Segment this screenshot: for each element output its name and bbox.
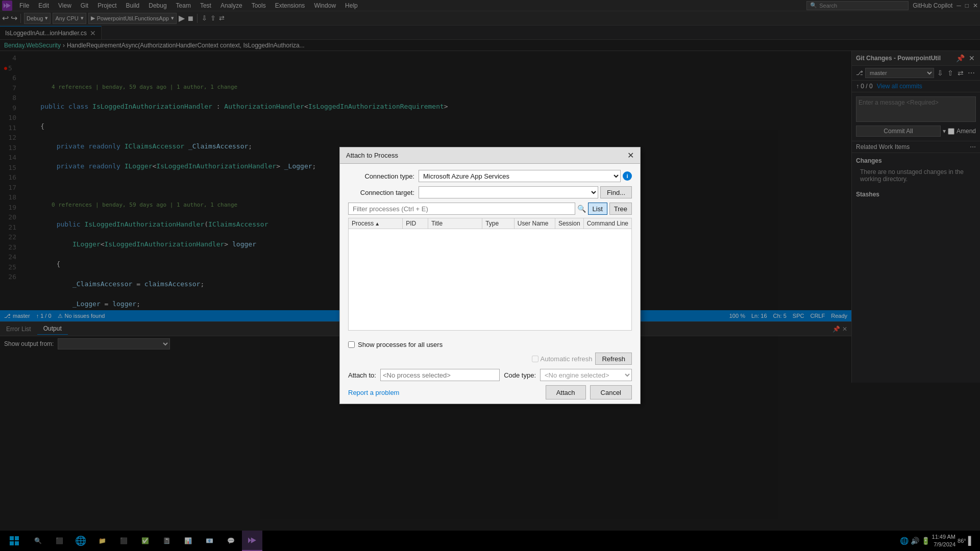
- filter-row: 🔍 List Tree: [348, 203, 632, 215]
- show-all-row: Show processes for all users: [348, 341, 632, 348]
- dialog-body: Connection type: Microsoft Azure App Ser…: [340, 164, 640, 337]
- dialog-title: Attach to Process: [346, 152, 398, 159]
- attach-to-process-dialog: Attach to Process ✕ Connection type: Mic…: [339, 147, 641, 404]
- col-process[interactable]: Process▲: [349, 218, 403, 229]
- show-all-label: Show processes for all users: [358, 341, 443, 348]
- process-table-header: Process▲ PID Title Type User Name Sessio…: [348, 218, 632, 229]
- code-type-label: Code type:: [504, 371, 536, 379]
- process-list[interactable]: [348, 229, 632, 331]
- col-username[interactable]: User Name: [514, 218, 555, 229]
- col-title[interactable]: Title: [428, 218, 482, 229]
- auto-refresh-container: Automatic refresh: [532, 355, 593, 363]
- action-buttons: Attach Cancel: [546, 385, 632, 399]
- filter-processes-input[interactable]: [348, 203, 575, 215]
- connection-target-label: Connection target:: [348, 189, 414, 196]
- report-problem-link[interactable]: Report a problem: [348, 389, 399, 396]
- col-type[interactable]: Type: [482, 218, 514, 229]
- auto-refresh-checkbox[interactable]: [532, 356, 538, 362]
- connection-type-label: Connection type:: [348, 172, 414, 180]
- connection-type-select[interactable]: Microsoft Azure App Services: [419, 170, 621, 182]
- col-session[interactable]: Session: [555, 218, 584, 229]
- connection-target-row: Connection target: Find...: [348, 186, 632, 198]
- dialog-close-btn[interactable]: ✕: [627, 151, 634, 160]
- auto-refresh-label: Automatic refresh: [541, 355, 593, 363]
- attach-to-input[interactable]: [380, 369, 500, 381]
- show-all-checkbox[interactable]: [348, 341, 355, 348]
- connection-type-control: Microsoft Azure App Services i: [419, 170, 632, 182]
- cancel-btn[interactable]: Cancel: [590, 385, 632, 399]
- attach-btn[interactable]: Attach: [546, 385, 586, 399]
- refresh-btn[interactable]: Refresh: [595, 353, 632, 365]
- col-pid[interactable]: PID: [403, 218, 428, 229]
- code-type-select[interactable]: <No engine selected>: [540, 369, 632, 381]
- connection-target-control: Find...: [419, 186, 632, 198]
- col-cmdline[interactable]: Command Line: [584, 218, 631, 229]
- refresh-row: Automatic refresh Refresh: [348, 353, 632, 365]
- connection-info-icon[interactable]: i: [623, 171, 632, 181]
- list-btn[interactable]: List: [588, 203, 607, 215]
- find-btn[interactable]: Find...: [600, 186, 632, 198]
- filter-search-icon[interactable]: 🔍: [577, 205, 586, 213]
- dialog-title-bar: Attach to Process ✕: [340, 147, 640, 164]
- connection-target-select[interactable]: [419, 186, 598, 198]
- connection-type-row: Connection type: Microsoft Azure App Ser…: [348, 170, 632, 182]
- attach-to-label: Attach to:: [348, 371, 376, 379]
- dialog-footer: Show processes for all users Automatic r…: [340, 337, 640, 404]
- attach-to-row: Attach to: Code type: <No engine selecte…: [348, 369, 632, 381]
- tree-btn[interactable]: Tree: [609, 203, 632, 215]
- dialog-action-row: Report a problem Attach Cancel: [348, 385, 632, 399]
- dialog-overlay: Attach to Process ✕ Connection type: Mic…: [0, 0, 980, 551]
